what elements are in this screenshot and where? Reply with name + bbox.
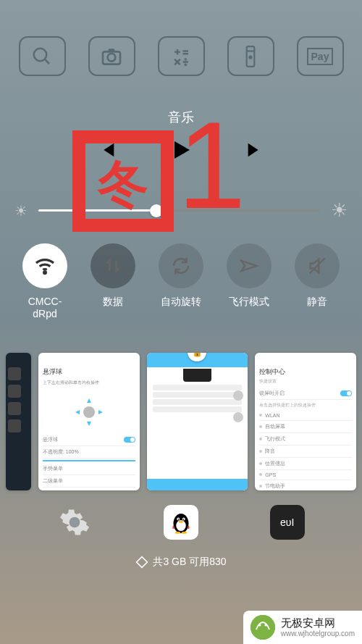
mute-label: 静音 [307, 296, 327, 308]
camera-shortcut[interactable] [88, 36, 135, 76]
music-controls [14, 137, 348, 163]
svg-line-1 [45, 59, 49, 63]
recent-app-card-4[interactable]: 控制中心 快捷设置 锁屏时开启 点击选择快捷栏上的快速操作 WLAN 自动屏幕 … [255, 353, 356, 490]
card4-i3: 降音 [265, 448, 275, 455]
svg-point-18 [83, 406, 95, 418]
data-icon-circle [90, 243, 135, 288]
svg-point-12 [185, 64, 186, 64]
svg-point-26 [179, 520, 183, 522]
calculator-icon [170, 46, 192, 67]
card4-i5: GPS [265, 472, 276, 477]
rotate-icon-circle [159, 243, 203, 288]
svg-point-32 [264, 624, 266, 627]
card2-r1: 悬浮球 [43, 436, 58, 443]
wifi-icon [33, 254, 56, 277]
eui-icon-label: eυI [280, 517, 294, 528]
airplane-icon-circle [227, 243, 272, 288]
airplane-label: 飞行模式 [229, 296, 269, 308]
wifi-icon-circle [22, 243, 67, 288]
card4-r1: 锁屏时开启 [259, 390, 285, 397]
watermark-title: 无极安卓网 [281, 617, 355, 630]
search-icon [31, 46, 53, 67]
svg-point-16 [44, 272, 46, 274]
brightness-low-icon: ☀ [14, 202, 28, 219]
data-label: 数据 [103, 296, 123, 308]
wifi-label: CMCC-dRpd [16, 296, 74, 320]
card4-i6: 节电助手 [265, 482, 285, 490]
card4-sub: 快捷设置 [259, 378, 352, 385]
top-shortcuts-row: Pay [0, 0, 362, 91]
recent-apps-row: 悬浮球 上下左右滑动和单击均有操作 悬浮球 不透明度: 100% 手势菜单 二级… [0, 331, 362, 498]
brightness-high-icon: ☀ [331, 199, 348, 222]
card4-i2: 飞行模式 [265, 435, 285, 443]
pay-shortcut[interactable]: Pay [297, 36, 344, 76]
card2-title: 悬浮球 [43, 367, 135, 377]
airplane-icon [239, 256, 259, 276]
lock-icon: 🔒 [192, 353, 203, 357]
data-toggle[interactable]: 数据 [84, 243, 142, 320]
brightness-slider[interactable] [38, 209, 320, 212]
svg-point-0 [34, 48, 47, 61]
card4-i4: 位置信息 [265, 460, 285, 467]
svg-point-25 [183, 518, 185, 519]
card4-title: 控制中心 [259, 367, 352, 377]
dock-row: eυI [0, 498, 362, 547]
card2-r3: 手势菜单 [43, 465, 63, 472]
brightness-thumb[interactable] [150, 204, 163, 217]
play-icon[interactable] [168, 137, 194, 163]
music-title: 音乐 [14, 109, 348, 126]
svg-point-3 [108, 54, 116, 62]
rotate-toggle[interactable]: 自动旋转 [152, 243, 210, 320]
airplane-toggle[interactable]: 飞行模式 [220, 243, 278, 320]
mute-icon [307, 256, 327, 276]
music-widget: 音乐 [0, 91, 362, 199]
gear-icon [59, 506, 90, 538]
settings-app-icon[interactable] [57, 505, 92, 540]
wifi-toggle[interactable]: CMCC-dRpd [16, 243, 74, 320]
next-track-icon[interactable] [245, 140, 265, 160]
flashlight-shortcut[interactable] [227, 36, 274, 76]
watermark: 无极安卓网 www.wjhotelgroup.com [243, 611, 362, 644]
pay-icon: Pay [307, 48, 334, 65]
svg-point-31 [258, 624, 261, 627]
eui-app-icon[interactable]: eυI [270, 505, 305, 540]
svg-point-15 [249, 56, 251, 58]
card2-r2: 不透明度: 100% [43, 448, 79, 456]
card4-r2: 点击选择快捷栏上的快速操作 [259, 400, 352, 411]
watermark-logo-icon [251, 615, 275, 640]
rotate-icon [170, 255, 192, 277]
clear-all-icon [135, 556, 148, 569]
brightness-slider-row: ☀ ☀ [0, 199, 362, 222]
svg-point-19 [71, 518, 79, 526]
storage-text: 共3 GB 可用830 [153, 556, 226, 569]
search-shortcut[interactable] [19, 36, 66, 76]
recent-app-card-2[interactable]: 悬浮球 上下左右滑动和单击均有操作 悬浮球 不透明度: 100% 手势菜单 二级… [38, 353, 140, 490]
card4-i0: WLAN [265, 413, 279, 418]
svg-point-11 [185, 59, 186, 59]
card2-r4: 二级菜单 [43, 477, 63, 485]
penguin-icon [168, 509, 194, 535]
data-icon [103, 256, 123, 276]
rotate-label: 自动旋转 [161, 296, 201, 308]
card2-hint: 上下左右滑动和单击均有操作 [43, 380, 135, 386]
quick-toggles-row: CMCC-dRpd 数据 自动旋转 飞行模式 静音 [0, 222, 362, 331]
recent-app-card-3[interactable]: 🔒 [147, 353, 248, 490]
svg-point-30 [251, 615, 275, 640]
svg-rect-29 [137, 556, 148, 567]
flashlight-icon [241, 45, 260, 68]
watermark-url: www.wjhotelgroup.com [281, 630, 355, 637]
camera-icon [100, 45, 123, 68]
mute-toggle[interactable]: 静音 [288, 243, 346, 320]
svg-point-24 [178, 518, 180, 519]
svg-point-28 [182, 531, 188, 533]
svg-point-27 [175, 531, 181, 533]
previous-track-icon[interactable] [97, 140, 117, 160]
card4-i1: 自动屏幕 [265, 423, 285, 430]
qq-app-icon[interactable] [164, 505, 198, 540]
recent-app-card-1[interactable] [6, 353, 31, 490]
calculator-shortcut[interactable] [158, 36, 205, 76]
storage-info[interactable]: 共3 GB 可用830 [0, 547, 362, 577]
mute-icon-circle [295, 243, 340, 288]
